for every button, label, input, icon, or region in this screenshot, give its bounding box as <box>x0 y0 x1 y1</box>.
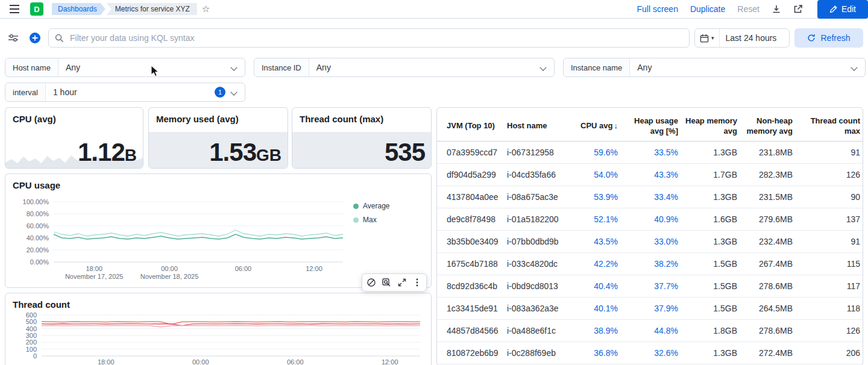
explore-data-button[interactable] <box>380 276 392 289</box>
cpu-avg-cell[interactable]: 59.6% <box>560 148 619 157</box>
heap-usage-cell[interactable]: 37.9% <box>619 304 679 313</box>
thread-count-cell: 115 <box>794 259 861 269</box>
cpu-avg-header-label: CPU avg <box>580 121 612 130</box>
duplicate-button[interactable]: Duplicate <box>690 4 725 14</box>
thread-count-cell: 118 <box>794 304 861 313</box>
jvm-id-cell: 4137804a0ee <box>445 192 506 202</box>
nonheap-memory-cell: 231.5MB <box>738 192 794 202</box>
refresh-button-label: Refresh <box>820 33 850 43</box>
host-name-cell: i-0bd9cd8013 <box>506 281 560 291</box>
interval-control-value: 1 hour <box>46 87 215 97</box>
memory-used-unit: GB <box>256 146 281 164</box>
refresh-button[interactable]: Refresh <box>794 28 863 48</box>
column-header-jvm[interactable]: JVM (Top 10) <box>445 119 506 134</box>
thread-count-cell: 90 <box>794 192 861 202</box>
refresh-icon <box>807 34 816 42</box>
table-row: 3b35b0e3409 i-07bb0dbd9b 43.5% 33.0% 1.3… <box>437 231 863 253</box>
cpu-avg-cell[interactable]: 36.8% <box>560 348 619 358</box>
thread-count-max-title: Thread count (max) <box>292 108 431 124</box>
heap-usage-cell[interactable]: 43.3% <box>619 170 679 179</box>
legend-average-label: Average <box>363 202 389 210</box>
cpu-avg-cell[interactable]: 40.4% <box>560 281 619 291</box>
legend-item-max[interactable]: Max <box>353 216 389 224</box>
host-name-cell: i-083a362a3e <box>506 304 560 313</box>
heap-usage-cell[interactable]: 44.8% <box>619 326 679 335</box>
filter-controls-button[interactable] <box>5 30 22 46</box>
kql-search-input[interactable] <box>69 33 683 43</box>
breadcrumb: Dashboards Metrics for service XYZ ☆ <box>52 3 210 15</box>
heap-memory-cell: 1.5GB <box>679 281 738 291</box>
svg-text:November 17, 2025: November 17, 2025 <box>65 273 124 280</box>
svg-text:November 18, 2025: November 18, 2025 <box>140 273 199 280</box>
maximize-panel-button[interactable] <box>396 276 408 289</box>
jvm-id-cell: de9c8f78498 <box>445 214 506 224</box>
svg-text:20.00%: 20.00% <box>27 246 49 254</box>
heap-usage-cell[interactable]: 32.6% <box>619 348 679 358</box>
cpu-avg-cell[interactable]: 40.1% <box>560 304 619 313</box>
reset-button[interactable]: Reset <box>737 4 760 14</box>
calendar-menu-button[interactable]: ▾ <box>695 29 720 47</box>
cpu-avg-cell[interactable]: 53.9% <box>560 192 619 202</box>
add-control-button[interactable] <box>27 30 43 46</box>
instance-id-filter[interactable]: Instance ID Any <box>254 58 555 77</box>
edit-button[interactable]: Edit <box>817 0 868 19</box>
heap-usage-cell[interactable]: 40.9% <box>619 214 679 224</box>
jvm-id-cell: 44857d84566 <box>445 326 506 335</box>
heap-memory-cell: 1.5GB <box>679 259 738 269</box>
svg-text:500: 500 <box>26 318 37 325</box>
heap-usage-cell[interactable]: 33.4% <box>619 192 679 202</box>
column-header-host-name[interactable]: Host name <box>506 119 560 134</box>
kebab-menu-icon <box>412 278 422 287</box>
jvm-id-cell: 07a3959ccd7 <box>445 148 506 157</box>
cpu-avg-metric-panel: CPU (avg) 1.12B <box>5 107 143 169</box>
cpu-avg-cell[interactable]: 43.5% <box>560 237 619 246</box>
svg-text:600: 600 <box>26 311 37 319</box>
interval-control[interactable]: interval 1 hour 1 <box>5 83 245 102</box>
query-bar: ▾ Last 24 hours Refresh <box>0 28 868 48</box>
favorite-star-icon[interactable]: ☆ <box>202 4 210 14</box>
cpu-avg-cell[interactable]: 54.0% <box>560 170 619 179</box>
chart-hover-toolbar <box>362 273 427 292</box>
heap-usage-cell[interactable]: 33.0% <box>619 237 679 246</box>
svg-text:0: 0 <box>33 352 37 360</box>
menu-icon[interactable] <box>7 2 22 16</box>
table-row: 07a3959ccd7 i-067312958 59.6% 33.5% 1.3G… <box>437 142 863 164</box>
cpu-avg-cell[interactable]: 52.1% <box>560 214 619 224</box>
heap-usage-cell[interactable]: 38.2% <box>619 259 679 269</box>
heap-usage-cell[interactable]: 33.5% <box>619 148 679 157</box>
svg-text:100.00%: 100.00% <box>23 198 49 205</box>
column-header-nonheap-memory[interactable]: Non-heap memory avg <box>738 114 794 139</box>
full-screen-button[interactable]: Full screen <box>637 4 678 14</box>
sliders-icon <box>8 33 19 43</box>
cpu-avg-cell[interactable]: 38.9% <box>560 326 619 335</box>
breadcrumb-dashboards[interactable]: Dashboards <box>52 3 105 15</box>
thread-count-cell: 206 <box>794 348 861 358</box>
panel-options-button[interactable] <box>411 276 423 289</box>
column-header-thread-count[interactable]: Thread count max <box>794 114 861 139</box>
dashboards-app-logo: D <box>30 2 43 16</box>
column-header-cpu-avg[interactable]: CPU avg↓ <box>560 119 619 134</box>
cpu-usage-line-chart[interactable]: 0.00%20.00%40.00%60.00%80.00%100.00%18:0… <box>5 174 432 287</box>
host-name-filter[interactable]: Host name Any <box>5 58 245 77</box>
thread-count-cell: 126 <box>794 326 861 335</box>
table-row: 1675c4b7188 i-033c4820dc 42.2% 38.2% 1.5… <box>437 253 863 275</box>
column-header-heap-memory[interactable]: Heap memory avg <box>679 114 738 139</box>
instance-name-filter[interactable]: Instance name Any <box>563 58 866 77</box>
time-range-value[interactable]: Last 24 hours <box>720 33 783 43</box>
thread-count-chart-title: Thread count <box>5 293 431 310</box>
topbar-actions: Full screen Duplicate Reset Edit <box>637 0 868 18</box>
heap-memory-cell: 1.3GB <box>679 348 738 358</box>
annotate-button[interactable] <box>365 276 377 289</box>
svg-text:12:00: 12:00 <box>306 265 322 272</box>
time-range-picker: ▾ Last 24 hours <box>694 28 790 48</box>
download-button[interactable] <box>772 4 781 14</box>
heap-usage-cell[interactable]: 37.7% <box>619 281 679 291</box>
nonheap-memory-cell: 264.5MB <box>738 304 794 313</box>
cpu-avg-cell[interactable]: 42.2% <box>560 259 619 269</box>
legend-item-average[interactable]: Average <box>353 202 389 210</box>
download-icon <box>772 4 781 14</box>
column-header-heap-usage[interactable]: Heap usage avg [%] <box>619 114 679 139</box>
share-button[interactable] <box>793 4 803 14</box>
heap-memory-cell: 1.5GB <box>679 304 738 313</box>
svg-text:18:00: 18:00 <box>98 358 115 365</box>
